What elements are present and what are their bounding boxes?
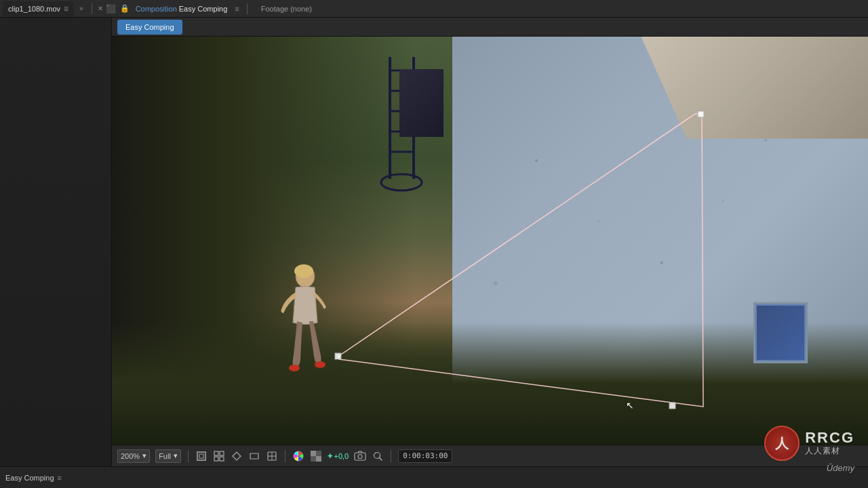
main-content: Easy Comping (0, 18, 868, 466)
panel-icon: ⬛ (106, 3, 117, 14)
offset-value: +0,0 (334, 452, 349, 460)
color-swatch-icon[interactable] (292, 450, 304, 462)
easy-comping-tab[interactable]: Easy Comping (117, 20, 182, 35)
camera-icon[interactable] (354, 450, 366, 462)
top-bar: clip1_1080.mov ≡ » ✕ ⬛ 🔒 Composition Eas… (0, 0, 868, 18)
quality-value: Full (159, 452, 171, 460)
file-tab-menu[interactable]: ≡ (64, 4, 68, 14)
lock-icon[interactable]: 🔒 (119, 3, 130, 14)
sub-tab-bar: Easy Comping (112, 18, 868, 37)
svg-rect-31 (355, 453, 366, 460)
watermark-text-group: RRCG 人人素材 Ūdemy (805, 430, 854, 457)
svg-line-34 (380, 458, 382, 460)
svg-rect-22 (250, 453, 258, 459)
toolbar-divider-2 (285, 450, 285, 462)
close-button[interactable]: ✕ (98, 5, 103, 12)
svg-rect-21 (220, 457, 224, 461)
left-sidebar (0, 18, 112, 466)
watermark-logo-text: 人 (775, 434, 789, 453)
svg-rect-29 (316, 451, 321, 456)
svg-point-3 (315, 361, 326, 368)
offset-sign: + (328, 451, 333, 461)
file-tab-label: clip1_1080.mov (8, 5, 60, 13)
tab-separator (92, 3, 92, 14)
magnifier-icon[interactable] (372, 450, 384, 462)
svg-rect-17 (199, 454, 203, 458)
composition-name: Easy Comping (179, 5, 228, 13)
svg-rect-19 (220, 451, 224, 455)
offset-indicator: + +0,0 (328, 451, 349, 461)
region-of-interest-icon[interactable] (195, 450, 208, 462)
svg-rect-28 (316, 456, 321, 462)
zoom-selector[interactable]: 200% ▾ (117, 449, 150, 463)
watermark-brand: RRCG (805, 430, 854, 445)
composition-menu[interactable]: ≡ (233, 5, 241, 13)
svg-point-1 (294, 264, 313, 278)
file-tab[interactable]: clip1_1080.mov ≡ (3, 1, 74, 16)
composition-bottom-tab: Easy Comping ≡ (5, 474, 62, 482)
character-figure (278, 262, 332, 384)
watermark-platform: Ūdemy (827, 463, 854, 473)
preview-canvas[interactable]: ↖ (112, 37, 868, 445)
svg-point-32 (358, 454, 362, 458)
window-inner (755, 304, 806, 361)
timecode-display[interactable]: 0:00:03:00 (398, 449, 452, 463)
bottom-section: Easy Comping ≡ (0, 466, 868, 488)
quality-selector[interactable]: Full ▾ (155, 449, 181, 463)
toolbar-divider-3 (391, 450, 391, 462)
zoom-arrow: ▾ (142, 451, 146, 460)
tab-separator-2 (247, 3, 248, 14)
toolbar-divider-1 (188, 450, 189, 462)
composition-bottom-name: Easy Comping (5, 474, 54, 482)
watermark: 人 RRCG 人人素材 Ūdemy (764, 426, 854, 461)
bottom-toolbar: 200% ▾ Full ▾ (112, 445, 868, 466)
panel-chevron[interactable]: » (77, 5, 86, 12)
window-right (753, 302, 808, 363)
svg-point-11 (381, 174, 422, 190)
transparency-icon[interactable] (310, 450, 322, 462)
solo-icon[interactable] (248, 450, 260, 462)
svg-rect-27 (311, 451, 316, 456)
svg-rect-18 (214, 451, 218, 455)
footage-tab[interactable]: Footage (none) (253, 1, 320, 16)
svg-rect-16 (197, 452, 205, 460)
watermark-logo: 人 (764, 426, 800, 461)
composition-label: Composition (136, 5, 177, 13)
composition-bottom-menu[interactable]: ≡ (58, 474, 62, 482)
scene-container: ↖ (112, 37, 868, 445)
svg-rect-30 (311, 456, 316, 462)
svg-point-2 (289, 365, 300, 371)
svg-rect-20 (214, 457, 218, 461)
doorway (399, 69, 443, 137)
viewer-area: Easy Comping (112, 18, 868, 466)
zoom-value: 200% (121, 452, 140, 460)
composition-tab[interactable]: Composition Easy Comping (133, 5, 231, 13)
quality-arrow: ▾ (174, 451, 178, 460)
watermark-chinese: 人人素材 (805, 445, 840, 457)
3d-icon[interactable] (266, 450, 278, 462)
grid-icon[interactable] (213, 450, 225, 462)
mask-icon[interactable] (231, 450, 243, 462)
